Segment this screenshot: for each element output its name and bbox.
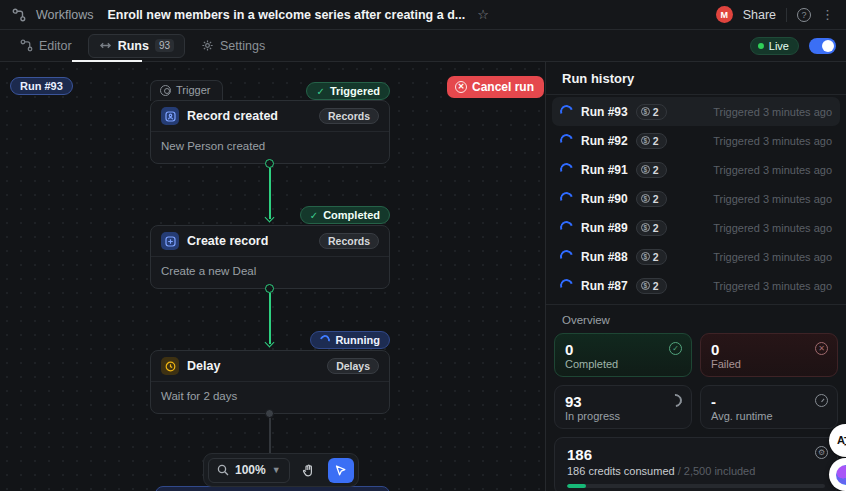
gear-icon[interactable]: ⚙ bbox=[815, 446, 828, 459]
workflow-canvas[interactable]: Run #93 ✕ Cancel run Trigger ✓ Triggered bbox=[0, 62, 545, 491]
in-progress-value: 93 bbox=[565, 393, 681, 410]
run-credits-badge: $2 bbox=[636, 191, 667, 207]
node-title: Record created bbox=[187, 109, 311, 123]
node-title: Delay bbox=[187, 359, 319, 373]
run-history-panel: Run history Run #93 $2 Triggered 3 minut… bbox=[545, 62, 846, 491]
pan-hand-tool[interactable] bbox=[296, 458, 322, 483]
run-spinner-icon bbox=[558, 161, 575, 178]
tab-settings[interactable]: Settings bbox=[191, 35, 275, 57]
credits-progress-track bbox=[567, 484, 825, 488]
credits-consumed: 186 credits consumed bbox=[567, 465, 675, 477]
run-name: Run #89 bbox=[581, 221, 628, 235]
connector-dot[interactable] bbox=[265, 409, 274, 418]
help-icon[interactable]: ? bbox=[797, 8, 811, 22]
workflow-title[interactable]: Enroll new members in a welcome series a… bbox=[107, 8, 465, 22]
cancel-run-button[interactable]: ✕ Cancel run bbox=[447, 76, 544, 98]
toggle-knob bbox=[822, 40, 834, 52]
cancel-x-icon: ✕ bbox=[455, 81, 467, 93]
tab-runs[interactable]: Runs 93 bbox=[88, 34, 185, 58]
in-progress-card: 93 In progress bbox=[554, 385, 692, 429]
clock-hand bbox=[821, 398, 824, 402]
node-create-record[interactable]: Create record Records Create a new Deal bbox=[150, 225, 390, 289]
run-row[interactable]: Run #88 $2 Triggered 3 minutes ago bbox=[552, 242, 840, 271]
overflow-menu-icon[interactable]: ⋮ bbox=[821, 8, 834, 21]
run-credits: 2 bbox=[653, 135, 659, 147]
run-time: Triggered 3 minutes ago bbox=[713, 135, 832, 147]
records-node-icon bbox=[161, 107, 179, 125]
run-credits-badge: $2 bbox=[636, 220, 667, 236]
live-dot-icon bbox=[758, 43, 764, 49]
node-description: Create a new Deal bbox=[151, 257, 389, 285]
chevron-down-icon: ▼ bbox=[272, 465, 281, 475]
status-label: Completed bbox=[323, 209, 380, 221]
run-row[interactable]: Run #89 $2 Triggered 3 minutes ago bbox=[552, 213, 840, 242]
status-label: Triggered bbox=[330, 85, 380, 97]
tab-bar-right: Live bbox=[750, 37, 836, 55]
x-circle-icon: ✕ bbox=[815, 342, 828, 355]
avatar[interactable]: M bbox=[716, 6, 733, 23]
run-credits: 2 bbox=[653, 106, 659, 118]
run-credits: 2 bbox=[653, 164, 659, 176]
status-badge-running: Running bbox=[310, 331, 390, 349]
run-credits: 2 bbox=[653, 280, 659, 292]
clock-icon bbox=[815, 394, 828, 407]
top-bar-actions: M Share ? ⋮ bbox=[716, 6, 834, 23]
coin-icon: $ bbox=[641, 223, 650, 232]
connector-dot[interactable] bbox=[265, 159, 274, 168]
select-cursor-tool[interactable] bbox=[328, 458, 354, 483]
tab-editor[interactable]: Editor bbox=[10, 35, 82, 57]
live-status-badge: Live bbox=[750, 37, 799, 55]
node-delay[interactable]: Delay Delays Wait for 2 days bbox=[150, 350, 390, 414]
node-record-created[interactable]: Record created Records New Person create… bbox=[150, 100, 390, 164]
connector-arrow-icon bbox=[265, 213, 275, 223]
coin-icon: $ bbox=[641, 165, 650, 174]
trigger-kind-tab: Trigger bbox=[150, 80, 223, 101]
overview-cards: 0 Completed ✓ 0 Failed ✕ 93 In progress … bbox=[546, 333, 846, 429]
trigger-kind-label: Trigger bbox=[176, 84, 210, 96]
completed-value: 0 bbox=[565, 341, 681, 358]
breadcrumb-workflows[interactable]: Workflows bbox=[36, 8, 93, 22]
run-row[interactable]: Run #87 $2 Triggered 3 minutes ago bbox=[552, 271, 840, 300]
favorite-star-icon[interactable]: ☆ bbox=[477, 7, 489, 22]
brain-logo-icon bbox=[836, 465, 846, 485]
run-row[interactable]: Run #91 $2 Triggered 3 minutes ago bbox=[552, 155, 840, 184]
credits-value: 186 bbox=[567, 446, 825, 463]
share-button[interactable]: Share bbox=[743, 8, 776, 22]
cancel-run-label: Cancel run bbox=[472, 80, 534, 94]
run-row[interactable]: Run #90 $2 Triggered 3 minutes ago bbox=[552, 184, 840, 213]
run-credits-badge: $2 bbox=[636, 249, 667, 265]
status-label: Running bbox=[335, 334, 380, 346]
run-time: Triggered 3 minutes ago bbox=[713, 164, 832, 176]
main-area: Run #93 ✕ Cancel run Trigger ✓ Triggered bbox=[0, 62, 846, 491]
tab-settings-label: Settings bbox=[220, 39, 265, 53]
runs-count-badge: 93 bbox=[155, 39, 174, 52]
zoom-control[interactable]: 100% ▼ bbox=[208, 458, 290, 483]
run-number-chip: Run #93 bbox=[10, 77, 73, 95]
tab-runs-label: Runs bbox=[118, 39, 149, 53]
canvas-toolbar: 100% ▼ bbox=[203, 453, 359, 487]
connector-dot[interactable] bbox=[265, 284, 274, 293]
top-bar: Workflows Enroll new members in a welcom… bbox=[0, 0, 846, 30]
run-row[interactable]: Run #93 $2 Triggered 3 minutes ago bbox=[552, 97, 840, 126]
run-time: Triggered 3 minutes ago bbox=[713, 251, 832, 263]
records-node-icon bbox=[161, 232, 179, 250]
live-label: Live bbox=[769, 40, 789, 52]
app-window: Workflows Enroll new members in a welcom… bbox=[0, 0, 846, 491]
coin-icon: $ bbox=[641, 107, 650, 116]
credits-included: / 2,500 included bbox=[678, 465, 756, 477]
zoom-magnifier-icon bbox=[217, 464, 229, 476]
run-row[interactable]: Run #92 $2 Triggered 3 minutes ago bbox=[552, 126, 840, 155]
run-time: Triggered 3 minutes ago bbox=[713, 222, 832, 234]
zoom-level: 100% bbox=[235, 463, 266, 477]
run-name: Run #88 bbox=[581, 250, 628, 264]
failed-card: 0 Failed ✕ bbox=[700, 333, 838, 377]
node-description: New Person created bbox=[151, 132, 389, 160]
avg-runtime-card: - Avg. runtime bbox=[700, 385, 838, 429]
run-time: Triggered 3 minutes ago bbox=[713, 193, 832, 205]
workflows-icon bbox=[12, 8, 26, 22]
connector-arrow-icon bbox=[265, 338, 275, 348]
running-spinner-icon bbox=[319, 333, 333, 347]
live-toggle[interactable] bbox=[809, 38, 836, 54]
run-credits-badge: $2 bbox=[636, 278, 667, 294]
check-icon: ✓ bbox=[316, 86, 324, 97]
